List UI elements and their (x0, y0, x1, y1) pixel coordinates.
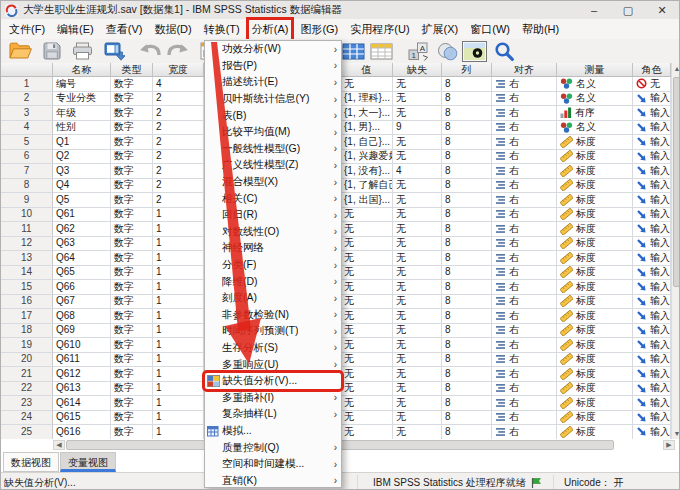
menu-item[interactable]: 对数线性(O)› (205, 224, 341, 241)
cell-num[interactable]: 16 (1, 295, 53, 310)
cell-missing[interactable]: 无 (393, 411, 442, 426)
menubar-item[interactable]: 图形(G) (297, 20, 341, 39)
cell-width[interactable]: 1 (153, 324, 204, 339)
cell-measure[interactable]: 标度 (557, 164, 633, 179)
cell-missing[interactable]: 无 (393, 237, 442, 252)
cell-width[interactable]: 1 (153, 280, 204, 295)
cell-align[interactable]: 右 (492, 266, 557, 281)
show-all-variables-icon[interactable] (461, 41, 487, 61)
menu-item[interactable]: 降维(D)› (205, 273, 341, 290)
cell-type[interactable]: 数字 (111, 237, 153, 252)
cell-num[interactable]: 25 (1, 425, 53, 439)
cell-num[interactable]: 4 (1, 121, 53, 136)
cell-role[interactable]: 输入 (633, 135, 671, 150)
cell-type[interactable]: 数字 (111, 396, 153, 411)
cell-align[interactable]: 右 (492, 367, 557, 382)
cell-columns[interactable]: 8 (442, 237, 492, 252)
find-icon[interactable] (491, 41, 517, 61)
cell-missing[interactable]: 无 (393, 106, 442, 121)
cell-role[interactable]: 输入 (633, 208, 671, 223)
cell-name[interactable]: Q610 (53, 338, 111, 353)
cell-name[interactable]: Q1 (53, 135, 111, 150)
cell-measure[interactable]: 标度 (557, 396, 633, 411)
cell-type[interactable]: 数字 (111, 179, 153, 194)
cell-align[interactable]: 右 (492, 382, 557, 397)
cell-align[interactable]: 右 (492, 77, 557, 92)
cell-type[interactable]: 数字 (111, 135, 153, 150)
cell-align[interactable]: 右 (492, 106, 557, 121)
cell-align[interactable]: 右 (492, 251, 557, 266)
cell-role[interactable]: 输入 (633, 396, 671, 411)
cell-type[interactable]: 数字 (111, 411, 153, 426)
menu-item[interactable]: 一般线性模型(G)› (205, 141, 341, 158)
cell-measure[interactable]: 标度 (557, 295, 633, 310)
cell-values[interactable]: 无 (341, 237, 393, 252)
cell-values[interactable]: 无 (341, 208, 393, 223)
menubar-item[interactable]: 编辑(E) (54, 20, 97, 39)
minimize-button[interactable]: – (577, 1, 611, 19)
cell-role[interactable]: 输入 (633, 121, 671, 136)
cell-columns[interactable]: 8 (442, 92, 492, 107)
cell-name[interactable]: Q66 (53, 280, 111, 295)
cell-missing[interactable]: 无 (393, 309, 442, 324)
cell-num[interactable]: 2 (1, 92, 53, 107)
cell-name[interactable]: Q612 (53, 367, 111, 382)
cell-missing[interactable]: 无 (393, 382, 442, 397)
cell-width[interactable]: 1 (153, 237, 204, 252)
menu-item[interactable]: 刻度(A)› (205, 290, 341, 307)
cell-width[interactable]: 1 (153, 353, 204, 368)
menu-item[interactable]: 报告(P)› (205, 58, 341, 75)
cell-align[interactable]: 右 (492, 338, 557, 353)
cell-columns[interactable]: 8 (442, 295, 492, 310)
cell-type[interactable]: 数字 (111, 193, 153, 208)
menu-item[interactable]: 广义线性模型(Z)› (205, 157, 341, 174)
cell-role[interactable]: 输入 (633, 251, 671, 266)
cell-columns[interactable]: 8 (442, 425, 492, 439)
cell-name[interactable]: Q4 (53, 179, 111, 194)
cell-values[interactable]: {1, 自己}... (341, 135, 393, 150)
cell-num[interactable]: 1 (1, 77, 53, 92)
tab-data-view[interactable]: 数据视图 (3, 452, 59, 472)
menu-item[interactable]: 多重插补(I)› (205, 389, 341, 406)
cell-values[interactable]: {1, 理科}... (341, 92, 393, 107)
cell-width[interactable]: 2 (153, 106, 204, 121)
cell-role[interactable]: 输入 (633, 309, 671, 324)
cell-width[interactable]: 1 (153, 266, 204, 281)
menubar-item[interactable]: 帮助(H) (519, 20, 562, 39)
menu-item[interactable]: 空间和时间建模...› (205, 456, 341, 473)
menubar-item[interactable]: 实用程序(U) (347, 20, 412, 39)
cell-measure[interactable]: 名义 (557, 77, 633, 92)
scroll-up-icon[interactable]: ▲ (672, 63, 680, 74)
save-icon[interactable] (39, 41, 65, 61)
cell-num[interactable]: 19 (1, 338, 53, 353)
cell-missing[interactable]: 无 (393, 396, 442, 411)
cell-width[interactable]: 2 (153, 179, 204, 194)
cell-values[interactable]: 无 (341, 280, 393, 295)
cell-measure[interactable]: 标度 (557, 237, 633, 252)
cell-name[interactable]: 性别 (53, 121, 111, 136)
cell-missing[interactable]: 4 (393, 164, 442, 179)
use-variable-sets-icon[interactable] (434, 41, 460, 61)
cell-align[interactable]: 右 (492, 280, 557, 295)
cell-num[interactable]: 5 (1, 135, 53, 150)
cell-align[interactable]: 右 (492, 295, 557, 310)
cell-columns[interactable]: 8 (442, 309, 492, 324)
menu-item[interactable]: 时间序列预测(T)› (205, 323, 341, 340)
cell-columns[interactable]: 8 (442, 179, 492, 194)
cell-values[interactable]: 无 (341, 77, 393, 92)
cell-name[interactable]: Q613 (53, 382, 111, 397)
cell-measure[interactable]: 标度 (557, 280, 633, 295)
cell-name[interactable]: Q616 (53, 425, 111, 439)
menubar-item[interactable]: 窗口(W) (467, 20, 513, 39)
cell-width[interactable]: 1 (153, 295, 204, 310)
cell-num[interactable]: 12 (1, 237, 53, 252)
cell-width[interactable]: 1 (153, 382, 204, 397)
vertical-scroll-thumb[interactable] (673, 77, 680, 287)
cell-name[interactable]: 年级 (53, 106, 111, 121)
menubar-item[interactable]: 文件(F) (6, 20, 48, 39)
cell-values[interactable]: {1, 没有}... (341, 164, 393, 179)
cell-align[interactable]: 右 (492, 179, 557, 194)
cell-missing[interactable]: 无 (393, 135, 442, 150)
cell-align[interactable]: 右 (492, 150, 557, 165)
cell-columns[interactable]: 8 (442, 222, 492, 237)
